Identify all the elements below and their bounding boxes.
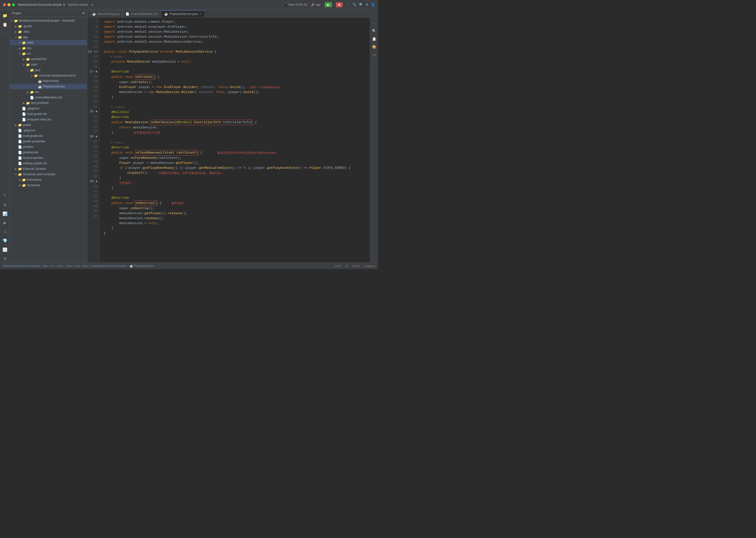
tree-item-gitignore-root[interactable]: 📄 .gitignore [10,128,87,133]
tree-item-src[interactable]: ▼ 📁 src [10,51,87,56]
folder-icon: 📁 [18,30,22,34]
tree-label: AndroidManifest.xml [35,96,62,99]
tab-androidmanifest[interactable]: 📄 AndroidManifest.xml [123,10,161,17]
tree-item-scratches[interactable]: ▼ 📁 Scratches and Consoles [10,172,87,177]
tab-playbackservice[interactable]: ☕ PlaybackService.java ✕ [161,10,205,17]
device-label[interactable]: 📱 Pixel 5 API 33 [284,3,307,7]
stop-button[interactable]: ■ [336,2,343,7]
code-line-39: public void onDestroy() { 服务销毁 [104,200,370,206]
gradle-icon[interactable]: ⚙ [1,201,9,209]
status-indent[interactable]: 4 spaces [364,264,375,267]
tree-label: Extensions [27,178,42,182]
build-icon[interactable]: ⚠ [1,228,9,236]
left-sidebar-icons: 📁 📋 ⋯ T ⚙ 📊 ▶ ⚠ 💎 ⬜ ⚙ [0,10,10,262]
tree-item-gradleprops[interactable]: 📄 gradle.properties [10,138,87,144]
tree-label: settings.gradle.kts [23,162,47,165]
tab-close-icon[interactable]: ✕ [199,13,201,15]
status-path-file: ☕ PlaybackService [129,264,154,267]
tree-item-main[interactable]: ▼ 📁 main [10,62,87,67]
tree-item-scratches-folder[interactable]: ▶ 📁 Scratches [10,183,87,188]
tree-item-buildgradle-root[interactable]: 📄 build.gradle.kts [10,133,87,138]
tree-item-extensions[interactable]: ▶ 📁 Extensions [10,177,87,183]
tab-mainactivity[interactable]: ☕ MainActivity.java [89,10,123,17]
tree-item-res[interactable]: ▶ 📁 res [10,89,87,95]
tree-item-manifest[interactable]: 📄 AndroidManifest.xml [10,95,87,100]
line-num-41: 41 [87,189,99,194]
line-num-34: 34 [87,154,99,159]
version-control-label[interactable]: Version control [68,3,88,7]
diamond-icon[interactable]: 💎 [1,237,9,244]
run-button[interactable]: ▶ [325,2,332,7]
tree-item-gitignore-app[interactable]: 📄 .gitignore [10,106,87,111]
java-file-icon: ☕ [38,85,42,88]
git-icon[interactable]: 📊 [1,210,9,218]
tree-arrow: ▶ [14,168,18,170]
more-tools-icon[interactable]: ⋯ [1,29,9,37]
structure-icon[interactable]: T [1,192,9,200]
status-line-ending[interactable]: LF [345,264,348,267]
code-line-20: mediaSession = new MediaSession.Builder(… [104,90,370,95]
tree-item-localprops[interactable]: 📄 local.properties [10,155,87,161]
project-icon[interactable]: 📁 [1,12,9,20]
tree-item-settings-gradle[interactable]: 📄 settings.gradle.kts [10,161,87,166]
notifications-icon[interactable]: 🔧 [353,3,357,7]
checkmark-icon[interactable]: ✓ [371,20,378,27]
tree-item-build[interactable]: ▼ 📁 build [10,40,87,45]
code-line-21: } [104,95,370,100]
bookmark-icon[interactable]: 📋 [371,35,378,42]
status-encoding[interactable]: UTF-8 [352,264,360,267]
tree-arrow: ▶ [14,124,18,127]
tree-label: build.gradle.kts [27,112,47,116]
bottom-icon[interactable]: ⚙ [1,254,9,262]
code-line-35: } [104,176,370,181]
project-name[interactable]: MediaSessionServiceExample ▾ [18,3,65,7]
settings-icon[interactable]: ⚙ [366,3,369,7]
status-path-main: main [58,264,64,267]
status-path-java: java [67,264,72,267]
tree-item-buildgradle-app[interactable]: 📄 build.gradle.kts [10,111,87,117]
code-line-18: super.onCreate(); [104,80,370,85]
line-num-12: 12 [87,44,99,49]
tree-item-package[interactable]: ▼ 📁 com.test.mediasessionservi [10,73,87,78]
close-button[interactable] [3,3,6,6]
tree-item-playbackservice[interactable]: ☕ PlaybackService [10,84,87,89]
tree-item-androidtest[interactable]: ▶ 📁 androidTest [10,56,87,62]
avatar-icon[interactable]: 👤 [371,3,375,7]
paint-icon[interactable]: 🎨 [371,43,378,50]
tree-item-test[interactable]: ▶ 📁 test [unitTest] [10,100,87,106]
tree-item-java[interactable]: ▼ 📁 java [10,67,87,73]
tree-item-app[interactable]: ▼ 📁 app [10,34,87,40]
tree-arrow: ▶ [22,102,26,104]
tree-item-root[interactable]: ▼ 📁 MediaSessionServiceExample ~/Android… [10,18,87,24]
project-gear-icon[interactable]: ⚙ [82,12,85,15]
tree-item-mainactivity[interactable]: ☕ MainActivity [10,78,87,84]
search-icon[interactable]: 🔍 [359,3,363,7]
more-button[interactable]: ⋮ [347,3,350,7]
tree-item-external-libs[interactable]: ▶ 📁 External Libraries [10,166,87,172]
code-line-37 [104,190,370,195]
tree-item-gradlewbat[interactable]: 📄 gradlew.bat [10,150,87,155]
line-num-14: 14 [87,54,99,59]
code-line-12 [104,44,370,49]
code-content[interactable]: import androidx.media3.common.Player; im… [100,18,370,262]
tree-item-proguard[interactable]: 📄 proguard-rules.pro [10,117,87,122]
line-num-13: 13 <> [87,49,99,54]
tree-item-gradle-folder[interactable]: ▶ 📁 gradle [10,122,87,128]
code-line-45: } [104,231,370,236]
database-icon[interactable]: 🗃 [371,51,378,58]
minimize-button[interactable] [8,3,11,6]
app-label[interactable]: 🚀 app [311,3,321,7]
tree-item-libs[interactable]: ▶ 📁 libs [10,45,87,51]
terminal-icon[interactable]: ⬜ [1,245,9,253]
line-num-24: 24 [87,104,99,109]
tree-item-gradle-dir[interactable]: ▶ 📁 .gradle [10,24,87,29]
tree-item-gradlew[interactable]: 📄 gradlew [10,144,87,150]
commit-icon[interactable]: 📋 [1,21,9,28]
project-tree[interactable]: ▼ 📁 MediaSessionServiceExample ~/Android… [10,17,87,262]
search-right-icon[interactable]: 🔍 [371,27,378,34]
maximize-button[interactable] [12,3,15,6]
tree-item-idea[interactable]: ▶ 📁 .idea [10,29,87,34]
editor-more-icon[interactable]: ⋮ [371,10,378,17]
run-icon[interactable]: ▶ [1,219,9,227]
tree-label: Scratches [27,184,40,187]
